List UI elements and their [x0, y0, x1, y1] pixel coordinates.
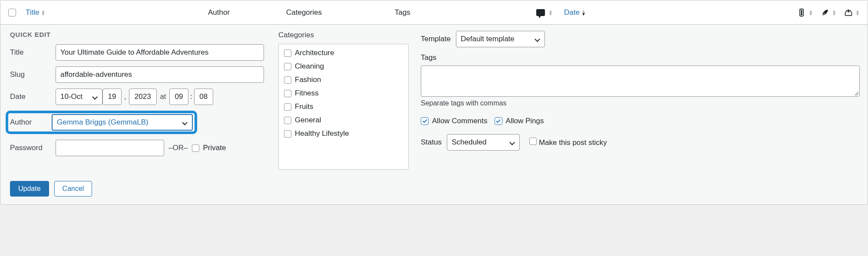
author-select[interactable]: Gemma Briggs (GemmaLB): [52, 114, 193, 131]
allow-comments-checkbox[interactable]: [421, 117, 429, 125]
allow-pings-checkbox[interactable]: [495, 117, 502, 125]
category-checkbox[interactable]: [284, 90, 291, 97]
day-input[interactable]: [102, 89, 122, 105]
column-tags: Tags: [395, 8, 525, 17]
tags-hint: Separate tags with commas: [421, 99, 860, 107]
minute-input[interactable]: [194, 89, 213, 105]
template-value: Default template: [461, 35, 515, 43]
category-checkbox[interactable]: [284, 130, 291, 138]
column-date-label: Date: [564, 8, 580, 17]
cancel-button[interactable]: Cancel: [54, 181, 92, 197]
category-item[interactable]: Fitness: [284, 89, 403, 98]
sort-icon: ▲▼: [809, 10, 813, 16]
author-highlight: Author Gemma Briggs (GemmaLB): [6, 111, 197, 134]
category-label: Cleaning: [295, 62, 324, 71]
tags-input[interactable]: [421, 66, 860, 97]
year-input[interactable]: [129, 89, 157, 105]
categories-box[interactable]: ArchitectureCleaningFashionFitnessFruits…: [278, 44, 409, 170]
column-categories: Categories: [286, 8, 395, 17]
column-author: Author: [208, 8, 286, 17]
status-select[interactable]: Scheduled: [447, 134, 520, 151]
title-input[interactable]: [56, 44, 264, 61]
update-button[interactable]: Update: [10, 181, 49, 197]
category-item[interactable]: Architecture: [284, 49, 403, 57]
column-title[interactable]: Title ▲▼: [26, 8, 45, 17]
category-item[interactable]: Fashion: [284, 75, 403, 84]
sort-icon: ▲▼: [581, 10, 586, 16]
category-checkbox[interactable]: [284, 76, 291, 84]
category-checkbox[interactable]: [284, 49, 291, 57]
column-date[interactable]: Date ▲▼: [564, 8, 586, 17]
password-input[interactable]: [56, 140, 164, 156]
category-label: Healthy Lifestyle: [295, 129, 349, 138]
svg-point-2: [801, 12, 802, 13]
label-sticky: Make this post sticky: [539, 138, 607, 147]
category-checkbox[interactable]: [284, 103, 291, 111]
select-all-checkbox[interactable]: [8, 9, 16, 16]
label-private: Private: [203, 144, 226, 152]
month-select[interactable]: 10-Oct: [56, 89, 102, 105]
label-template: Template: [421, 35, 451, 43]
chevron-down-icon: [535, 36, 540, 42]
label-author: Author: [8, 118, 52, 127]
slug-input[interactable]: [56, 66, 264, 83]
feather-icon[interactable]: ▲▼: [821, 8, 836, 17]
label-date: Date: [10, 92, 56, 101]
category-label: Fruits: [295, 102, 314, 111]
category-label: Fashion: [295, 75, 321, 84]
sticky-checkbox[interactable]: [529, 138, 537, 145]
label-allow-comments: Allow Comments: [432, 117, 488, 125]
status-value: Scheduled: [452, 138, 486, 147]
quick-edit-heading: QUICK EDIT: [10, 31, 266, 38]
label-or: –OR–: [168, 144, 188, 152]
label-tags: Tags: [421, 53, 860, 62]
chevron-down-icon: [92, 94, 98, 99]
sort-icon: ▲▼: [855, 10, 860, 16]
svg-point-1: [801, 10, 802, 11]
category-item[interactable]: General: [284, 116, 403, 125]
outbox-icon[interactable]: ▲▼: [844, 8, 860, 17]
author-value: Gemma Briggs (GemmaLB): [57, 118, 149, 127]
category-item[interactable]: Fruits: [284, 102, 403, 111]
month-value: 10-Oct: [60, 92, 83, 101]
label-at: at: [160, 93, 166, 101]
private-checkbox[interactable]: [192, 144, 199, 152]
category-checkbox[interactable]: [284, 117, 291, 124]
label-allow-pings: Allow Pings: [506, 117, 544, 125]
sort-icon: ▲▼: [832, 10, 836, 16]
column-title-label: Title: [26, 8, 40, 17]
categories-label: Categories: [278, 31, 409, 39]
category-item[interactable]: Healthy Lifestyle: [284, 129, 403, 138]
category-checkbox[interactable]: [284, 63, 291, 70]
category-label: Fitness: [295, 89, 319, 98]
sort-icon: ▲▼: [548, 10, 553, 16]
category-item[interactable]: Cleaning: [284, 62, 403, 71]
label-slug: Slug: [10, 70, 56, 79]
chevron-down-icon: [182, 120, 188, 125]
traffic-light-icon[interactable]: ▲▼: [797, 8, 813, 17]
svg-point-3: [801, 13, 802, 15]
hour-input[interactable]: [169, 89, 188, 105]
label-password: Password: [10, 144, 56, 152]
template-select[interactable]: Default template: [456, 31, 545, 47]
comments-icon[interactable]: [536, 9, 545, 16]
category-label: General: [295, 116, 321, 125]
sort-icon: ▲▼: [41, 10, 46, 16]
label-title: Title: [10, 48, 56, 57]
chevron-down-icon: [510, 140, 515, 145]
category-label: Architecture: [295, 49, 334, 57]
label-status: Status: [421, 138, 442, 147]
